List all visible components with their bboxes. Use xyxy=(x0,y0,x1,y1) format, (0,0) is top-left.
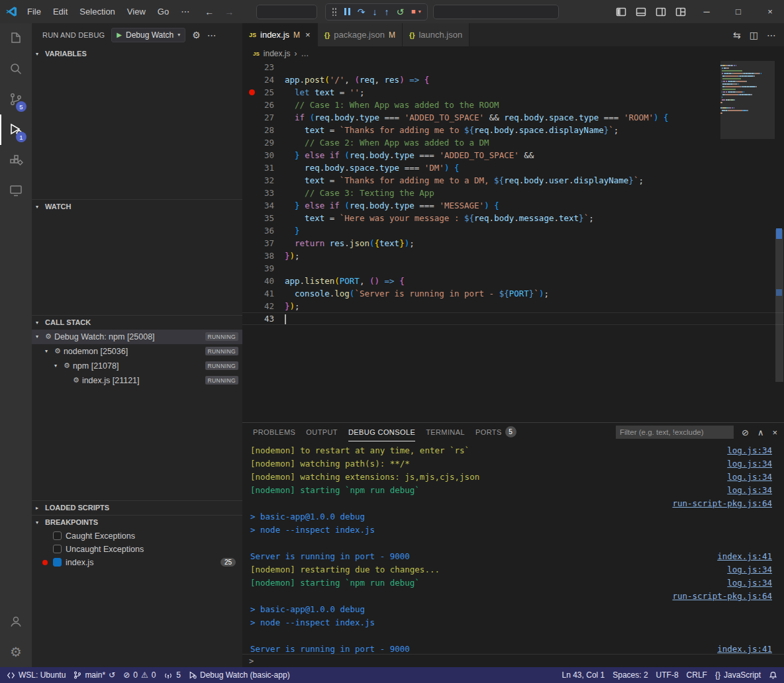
callstack-row[interactable]: ▾⚙npm [21078]RUNNING xyxy=(32,359,242,373)
minimap-slider[interactable] xyxy=(720,61,775,139)
step-into-button[interactable]: ↓ xyxy=(372,7,377,17)
tab-index.js[interactable]: JSindex.jsM× xyxy=(242,23,318,46)
menu-view[interactable]: View xyxy=(121,4,152,20)
code-line-23[interactable]: 23 xyxy=(242,61,784,73)
command-center-search[interactable] xyxy=(433,5,559,19)
breakpoint-row[interactable]: Caught Exceptions xyxy=(32,529,242,543)
source-link[interactable]: log.js:34 xyxy=(727,563,784,576)
pause-button[interactable] xyxy=(344,8,350,15)
source-link[interactable]: run-script-pkg.js:64 xyxy=(672,590,784,603)
breadcrumb[interactable]: JS index.js › … xyxy=(242,46,784,61)
clear-console-icon[interactable]: ⊘ xyxy=(742,428,749,437)
code-line-41[interactable]: 41 console.log(`Server is running in por… xyxy=(242,287,784,300)
code-line-29[interactable]: 29 // Case 2: When App was added to a DM xyxy=(242,136,784,149)
code-line-43[interactable]: 43 xyxy=(242,312,784,325)
code-line-26[interactable]: 26 // Case 1: When App was added to the … xyxy=(242,99,784,111)
code-editor[interactable]: 2324app.post('/', (req, res) => {25 let … xyxy=(242,61,784,422)
command-center-left[interactable] xyxy=(256,5,317,19)
code-line-24[interactable]: 24app.post('/', (req, res) => { xyxy=(242,73,784,86)
encoding[interactable]: UTF-8 xyxy=(652,667,683,683)
settings-button[interactable]: ⚙ xyxy=(0,637,32,667)
breakpoint-checkbox[interactable] xyxy=(53,531,62,540)
callstack-row[interactable]: ▾⚙Debug Watch: npm [25008]RUNNING xyxy=(32,330,242,344)
code-line-42[interactable]: 42}); xyxy=(242,300,784,312)
code-line-37[interactable]: 37 return res.json({text}); xyxy=(242,237,784,250)
minimize-button[interactable]: ─ xyxy=(695,7,718,17)
customize-layout-icon[interactable] xyxy=(675,7,686,17)
source-link[interactable]: log.js:34 xyxy=(727,444,784,457)
split-editor-icon[interactable]: ◫ xyxy=(750,30,758,40)
section-call-stack[interactable]: ▾ CALL STACK xyxy=(32,315,242,330)
step-out-button[interactable]: ↑ xyxy=(384,7,389,17)
indentation[interactable]: Spaces: 2 xyxy=(609,667,652,683)
source-link[interactable]: log.js:34 xyxy=(727,576,784,590)
maximize-button[interactable]: □ xyxy=(727,7,750,17)
debug-status[interactable]: Debug Watch (basic-app) xyxy=(185,667,294,683)
open-changes-icon[interactable]: ⇆ xyxy=(733,30,741,40)
breakpoint-row[interactable]: index.js25 xyxy=(32,556,242,569)
tab-launch.json[interactable]: {}launch.json xyxy=(403,23,469,46)
menu-edit[interactable]: Edit xyxy=(47,4,74,20)
code-line-36[interactable]: 36 } xyxy=(242,224,784,237)
section-loaded-scripts[interactable]: ▸ LOADED SCRIPTS xyxy=(32,500,242,515)
more-actions-icon[interactable]: ⋯ xyxy=(207,30,217,40)
notifications-bell[interactable] xyxy=(765,667,781,683)
nav-back-icon[interactable]: ← xyxy=(205,7,214,17)
activity-source-control[interactable]: 5 xyxy=(0,84,32,114)
breakpoint-checkbox[interactable] xyxy=(53,545,62,553)
code-line-28[interactable]: 28 text = `Thanks for adding me to ${req… xyxy=(242,124,784,136)
source-link[interactable]: log.js:34 xyxy=(727,457,784,471)
activity-remote-explorer[interactable] xyxy=(0,175,32,206)
step-over-button[interactable]: ↷ xyxy=(358,7,366,17)
code-line-31[interactable]: 31 req.body.space.type === 'DM') { xyxy=(242,161,784,174)
close-icon[interactable]: × xyxy=(305,30,311,40)
panel-tab-output[interactable]: OUTPUT xyxy=(306,423,338,441)
code-line-30[interactable]: 30 } else if (req.body.type === 'ADDED_T… xyxy=(242,149,784,161)
gear-icon[interactable]: ⚙ xyxy=(192,30,201,40)
stop-button[interactable]: ■ xyxy=(411,8,416,15)
callstack-row[interactable]: ▾⚙nodemon [25036]RUNNING xyxy=(32,344,242,359)
code-line-38[interactable]: 38}); xyxy=(242,250,784,262)
activity-explorer[interactable] xyxy=(0,23,32,54)
ports-indicator[interactable]: 5 xyxy=(160,667,185,683)
maximize-panel-icon[interactable]: ∧ xyxy=(758,428,764,437)
activity-search[interactable] xyxy=(0,54,32,84)
source-link[interactable]: index.js:41 xyxy=(717,643,784,654)
activity-run-and-debug[interactable]: 1 xyxy=(0,114,32,145)
panel-tab-problems[interactable]: PROBLEMS xyxy=(253,423,295,441)
start-debugging-icon[interactable]: ▶ xyxy=(117,31,122,38)
cursor-position[interactable]: Ln 43, Col 1 xyxy=(558,667,609,683)
launch-config-dropdown[interactable]: ▶ Debug Watch ▾ xyxy=(111,28,185,42)
source-link[interactable]: index.js:41 xyxy=(717,550,784,563)
problems-indicator[interactable]: ⊘ 0 ⚠ 0 xyxy=(119,667,160,683)
more-actions-icon[interactable]: ⋯ xyxy=(767,30,776,40)
breakpoint-icon[interactable] xyxy=(249,89,255,95)
restart-button[interactable]: ↺ xyxy=(396,7,404,17)
code-line-39[interactable]: 39 xyxy=(242,262,784,275)
breadcrumb-symbol[interactable]: … xyxy=(301,49,309,58)
remote-indicator[interactable]: WSL: Ubuntu xyxy=(3,667,70,683)
menu-selection[interactable]: Selection xyxy=(74,4,121,20)
toggle-panel-icon[interactable] xyxy=(636,7,646,17)
stop-dropdown-icon[interactable]: ▾ xyxy=(418,9,421,15)
callstack-row[interactable]: ⚙index.js [21121]RUNNING xyxy=(32,373,242,388)
console-filter-input[interactable] xyxy=(616,426,734,439)
code-line-27[interactable]: 27 if (req.body.type === 'ADDED_TO_SPACE… xyxy=(242,111,784,124)
close-panel-icon[interactable]: × xyxy=(772,428,777,437)
code-line-35[interactable]: 35 text = `Here was your message : ${req… xyxy=(242,212,784,224)
code-line-33[interactable]: 33 // Case 3: Texting the App xyxy=(242,187,784,199)
code-line-32[interactable]: 32 text = `Thanks for adding me to a DM,… xyxy=(242,174,784,187)
sync-icon[interactable]: ↺ xyxy=(109,670,115,680)
accounts-button[interactable] xyxy=(0,606,32,637)
section-variables[interactable]: ▾ VARIABLES xyxy=(32,46,242,61)
panel-tab-debug-console[interactable]: DEBUG CONSOLE xyxy=(348,423,415,441)
chevron-down-icon[interactable]: ▾ xyxy=(54,363,61,369)
code-line-40[interactable]: 40app.listen(PORT, () => { xyxy=(242,275,784,287)
code-line-34[interactable]: 34 } else if (req.body.type === 'MESSAGE… xyxy=(242,199,784,212)
debug-console-output[interactable]: [nodemon] to restart at any time, enter … xyxy=(242,441,784,654)
language-mode[interactable]: {} JavaScript xyxy=(711,667,765,683)
toggle-sidebar-icon[interactable] xyxy=(616,7,626,17)
chevron-down-icon[interactable]: ▾ xyxy=(45,348,52,354)
chevron-down-icon[interactable]: ▾ xyxy=(36,334,42,340)
breakpoint-checkbox[interactable] xyxy=(53,558,62,567)
